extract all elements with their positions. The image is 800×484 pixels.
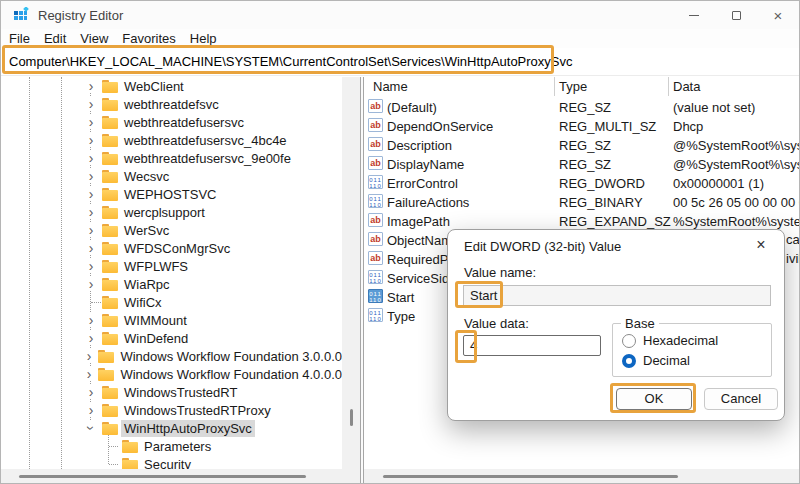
minimize-button[interactable] <box>673 1 715 29</box>
tree-item-wwf3[interactable]: ›Windows Workflow Foundation 3.0.0.0 <box>1 347 342 365</box>
tree-item-wimmount[interactable]: ›WIMMount <box>1 311 342 329</box>
decimal-radio[interactable]: Decimal <box>622 353 690 368</box>
value-row-displayname[interactable]: DisplayNameREG_SZ@%SystemRoot%\syste <box>364 154 800 173</box>
registry-editor-icon <box>13 7 29 23</box>
value-row-imagepath[interactable]: ImagePathREG_EXPAND_SZ%SystemRoot%\syste… <box>364 211 800 230</box>
tree-item-security[interactable]: Security <box>1 455 342 469</box>
tree-item-winhttpautoproxysvc[interactable]: ›WinHttpAutoProxySvc <box>1 419 342 437</box>
base-group-label: Base <box>621 316 659 331</box>
maximize-button[interactable] <box>715 1 757 29</box>
tree-item-wercplsupport[interactable]: ›wercplsupport <box>1 203 342 221</box>
tree-item-label: Windows Workflow Foundation 3.0.0.0 <box>120 349 342 364</box>
binary-value-icon <box>368 194 383 208</box>
value-row-description[interactable]: DescriptionREG_SZ@%SystemRoot%\syste <box>364 135 800 154</box>
chevron-right-icon[interactable]: › <box>84 151 98 165</box>
chevron-right-icon[interactable]: › <box>84 313 98 327</box>
tree-item-windowstrustedrt[interactable]: ›WindowsTrustedRT <box>1 383 342 401</box>
column-header-data[interactable]: Data <box>673 79 700 94</box>
value-data-field[interactable]: 4 <box>463 335 601 356</box>
chevron-right-icon[interactable]: › <box>84 349 94 363</box>
registry-tree: ›WebClient ›webthreatdefsvc ›webthreatde… <box>1 77 342 469</box>
tree-item-webthreatdefsvc[interactable]: ›webthreatdefsvc <box>1 95 342 113</box>
tree-item-parameters[interactable]: Parameters <box>1 437 342 455</box>
tree-item-label: WFPLWFS <box>124 259 188 274</box>
tree-item-label: webthreatdefusersvc_4bc4e <box>124 133 287 148</box>
chevron-right-icon[interactable]: › <box>84 259 98 273</box>
address-bar[interactable]: Computer\HKEY_LOCAL_MACHINE\SYSTEM\Curre… <box>1 48 799 76</box>
value-name: Start <box>387 290 414 305</box>
menu-help[interactable]: Help <box>190 31 217 46</box>
tree-item-webthreatdefusersvc-4bc4e[interactable]: ›webthreatdefusersvc_4bc4e <box>1 131 342 149</box>
menu-favorites[interactable]: Favorites <box>122 31 175 46</box>
tree-item-wersvc[interactable]: ›WerSvc <box>1 221 342 239</box>
tree-item-label: WFDSConMgrSvc <box>124 241 230 256</box>
list-horizontal-scrollbar-thumb[interactable] <box>383 475 678 478</box>
folder-icon <box>102 170 118 183</box>
chevron-right-icon[interactable]: › <box>84 205 98 219</box>
tree-item-label: WiaRpc <box>124 277 170 292</box>
chevron-right-icon[interactable]: › <box>84 187 98 201</box>
tree-item-wfplwfs[interactable]: ›WFPLWFS <box>1 257 342 275</box>
tree-item-windowstrustedrtproxy[interactable]: ›WindowsTrustedRTProxy <box>1 401 342 419</box>
list-horizontal-scrollbar[interactable] <box>364 469 800 484</box>
radio-selected-icon[interactable] <box>622 354 636 368</box>
column-separator[interactable] <box>668 77 669 96</box>
tree-horizontal-scrollbar[interactable] <box>1 469 360 484</box>
chevron-right-icon[interactable]: › <box>84 277 98 291</box>
ok-button[interactable]: OK <box>616 388 692 410</box>
tree-item-wecsvc[interactable]: ›Wecsvc <box>1 167 342 185</box>
value-data-label: Value data: <box>464 316 529 331</box>
tree-item-webclient[interactable]: ›WebClient <box>1 77 342 95</box>
dialog-close-icon[interactable]: × <box>751 236 771 254</box>
chevron-right-icon[interactable]: › <box>84 385 98 399</box>
chevron-right-icon[interactable]: › <box>84 133 98 147</box>
window-title: Registry Editor <box>38 8 123 23</box>
value-row-dependonservice[interactable]: DependOnServiceREG_MULTI_SZDhcp <box>364 116 800 135</box>
folder-icon <box>102 188 118 201</box>
radio-unselected-icon[interactable] <box>622 334 636 348</box>
tree-item-wificx[interactable]: ›WifiCx <box>1 293 342 311</box>
string-value-icon <box>368 118 383 132</box>
column-header-type[interactable]: Type <box>559 79 587 94</box>
chevron-right-icon[interactable]: › <box>84 169 98 183</box>
tree-item-wfdsconmgrsvc[interactable]: ›WFDSConMgrSvc <box>1 239 342 257</box>
tree-vertical-scrollbar[interactable] <box>342 77 360 469</box>
registry-path: Computer\HKEY_LOCAL_MACHINE\SYSTEM\Curre… <box>1 54 573 69</box>
tree-item-label: WinHttpAutoProxySvc <box>121 420 255 437</box>
tree-vertical-scrollbar-thumb[interactable] <box>350 409 353 426</box>
value-name-field[interactable]: Start <box>463 285 771 306</box>
tree-item-wephostsvc[interactable]: ›WEPHOSTSVC <box>1 185 342 203</box>
value-type: REG_MULTI_SZ <box>559 119 656 134</box>
tree-horizontal-scrollbar-thumb[interactable] <box>19 475 306 478</box>
tree-item-wwf4[interactable]: ›Windows Workflow Foundation 4.0.0.0 <box>1 365 342 383</box>
column-separator[interactable] <box>554 77 555 96</box>
chevron-right-icon[interactable]: › <box>84 223 98 237</box>
chevron-right-icon[interactable]: › <box>84 79 98 93</box>
value-row-failureactions[interactable]: FailureActionsREG_BINARY00 5c 26 05 00 0… <box>364 192 800 211</box>
hexadecimal-radio[interactable]: Hexadecimal <box>622 333 718 348</box>
chevron-right-icon[interactable]: › <box>84 403 98 417</box>
menu-view[interactable]: View <box>80 31 108 46</box>
value-name: ImagePath <box>387 214 450 229</box>
chevron-right-icon[interactable]: › <box>84 241 98 255</box>
folder-icon <box>102 296 118 309</box>
tree-item-wiarpc[interactable]: ›WiaRpc <box>1 275 342 293</box>
chevron-right-icon[interactable]: › <box>84 115 98 129</box>
column-header-name[interactable]: Name <box>373 79 408 94</box>
folder-icon <box>102 278 118 291</box>
list-header: Name Type Data <box>364 77 800 97</box>
menu-file[interactable]: File <box>9 31 30 46</box>
close-button[interactable]: × <box>757 1 799 29</box>
value-row-default[interactable]: (Default)REG_SZ(value not set) <box>364 97 800 116</box>
cancel-button[interactable]: Cancel <box>704 388 778 410</box>
tree-item-webthreatdefusersvc-9e00fe[interactable]: ›webthreatdefusersvc_9e00fe <box>1 149 342 167</box>
tree-item-webthreatdefusersvc[interactable]: ›webthreatdefusersvc <box>1 113 342 131</box>
chevron-right-icon[interactable]: › <box>84 367 94 381</box>
chevron-right-icon[interactable]: › <box>84 97 98 111</box>
title-bar: Registry Editor × <box>1 1 799 29</box>
chevron-down-icon[interactable]: › <box>84 421 98 435</box>
chevron-right-icon[interactable]: › <box>84 331 98 345</box>
value-row-errorcontrol[interactable]: ErrorControlREG_DWORD0x00000001 (1) <box>364 173 800 192</box>
menu-edit[interactable]: Edit <box>44 31 66 46</box>
tree-item-windefend[interactable]: ›WinDefend <box>1 329 342 347</box>
